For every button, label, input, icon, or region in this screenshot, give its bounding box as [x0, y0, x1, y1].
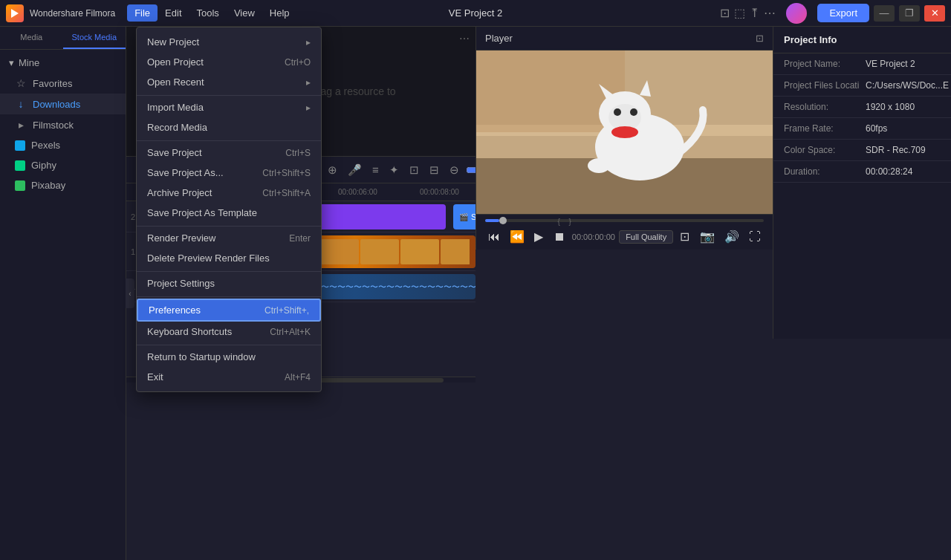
menu-render-preview[interactable]: Render Preview Enter — [137, 228, 321, 248]
sidebar-item-filmstock[interactable]: ▸ Filmstock — [0, 114, 126, 135]
menu-new-project[interactable]: New Project ▸ — [137, 32, 321, 52]
audio-button[interactable]: 🎤 — [344, 161, 366, 179]
exit-label: Exit — [147, 371, 163, 382]
menu-keyboard-shortcuts[interactable]: Keyboard Shortcuts Ctrl+Alt+K — [137, 322, 321, 342]
save-project-as-label: Save Project As... — [147, 167, 224, 178]
cat-video-svg — [476, 51, 773, 214]
maximize-button[interactable]: ❐ — [899, 5, 920, 22]
sidebar-item-pixabay[interactable]: Pixabay — [0, 175, 126, 195]
menu-edit[interactable]: Edit — [158, 4, 189, 22]
info-row-resolution: Resolution: 1920 x 1080 — [773, 97, 951, 118]
close-button[interactable]: ✕ — [924, 5, 945, 22]
new-project-label: New Project — [147, 36, 199, 48]
sidebar-collapse-button[interactable]: ‹ — [126, 279, 134, 308]
menu-save-project[interactable]: Save Project Ctrl+S — [137, 143, 321, 163]
toolbar-icon-3[interactable]: ⤒ — [750, 6, 759, 20]
project-settings-label: Project Settings — [147, 278, 215, 289]
toolbar-icon-1[interactable]: ⊡ — [720, 6, 730, 20]
prev-frame-button[interactable]: ⏮ — [485, 229, 503, 245]
stop-button[interactable]: ⏹ — [551, 229, 568, 245]
subtitle-button[interactable]: ≡ — [369, 161, 383, 178]
menu-return-startup[interactable]: Return to Startup window — [137, 347, 321, 367]
giphy-icon — [15, 160, 25, 171]
player-video — [476, 51, 773, 214]
info-row-location: Project Files Locati C:/Users/WS/Doc...E — [773, 75, 951, 97]
progress-bar[interactable]: { } — [485, 219, 764, 222]
menu-project-settings[interactable]: Project Settings — [137, 273, 321, 293]
record-media-label: Record Media — [147, 122, 207, 133]
info-row-framerate: Frame Rate: 60fps — [773, 118, 951, 140]
sidebar-content: ▾ Mine ☆ Favorites ↓ Downloads ▸ Filmsto… — [0, 50, 126, 560]
zoom-out-tl[interactable]: ⊖ — [446, 161, 463, 179]
tab-stock-media[interactable]: Stock Media — [63, 27, 126, 49]
player-panel: Player ⊡ — [476, 27, 773, 250]
user-avatar[interactable] — [786, 3, 807, 24]
pip-button[interactable]: ⊟ — [426, 161, 443, 179]
screen-record-button[interactable]: ⊡ — [406, 161, 423, 179]
info-value-resolution: 1920 x 1080 — [866, 102, 915, 112]
control-row: ⏮ ⏪ ▶ ⏹ 00:00:00:00 Full Quality ⊡ 📷 🔊 ⛶ — [485, 228, 764, 245]
menu-view[interactable]: View — [227, 4, 262, 22]
menubar: File Edit Tools View Help — [127, 4, 720, 22]
play-button[interactable]: ▶ — [531, 228, 546, 245]
ruler-mark-2: 00:00:08:00 — [420, 188, 459, 196]
rewind-button[interactable]: ⏪ — [507, 228, 528, 245]
menu-file[interactable]: File — [127, 4, 158, 22]
clip-superheroes[interactable]: 🎬 Superheroes Cinematic Pack Element 01 — [453, 204, 476, 229]
sidebar-item-giphy[interactable]: Giphy — [0, 155, 126, 175]
filmstock-label: Filmstock — [33, 120, 74, 131]
screenshot-button[interactable]: 📷 — [697, 228, 718, 245]
menu-group-4: Render Preview Enter Delete Preview Rend… — [137, 226, 321, 270]
sidebar-item-downloads[interactable]: ↓ Downloads — [0, 94, 126, 114]
menu-record-media[interactable]: Record Media — [137, 117, 321, 137]
info-value-duration: 00:00:28:24 — [866, 166, 912, 177]
menu-preferences[interactable]: Preferences Ctrl+Shift+, — [137, 299, 321, 322]
more-options-icon[interactable]: ⋯ — [459, 33, 470, 45]
ai-effects-button[interactable]: ⊕ — [324, 161, 341, 179]
menu-open-project[interactable]: Open Project Ctrl+O — [137, 52, 321, 72]
menu-group-1: New Project ▸ Open Project Ctrl+O Open R… — [137, 30, 321, 94]
menu-import-media[interactable]: Import Media ▸ — [137, 97, 321, 117]
info-label-duration: Duration: — [784, 166, 866, 177]
toolbar-icon-2[interactable]: ⬚ — [734, 6, 745, 20]
save-project-shortcut: Ctrl+S — [285, 148, 311, 158]
progress-handle[interactable] — [499, 217, 507, 224]
export-button[interactable]: Export — [817, 4, 869, 22]
toolbar-icon-4[interactable]: ⋯ — [764, 6, 776, 20]
app-name: Wondershare Filmora — [30, 8, 115, 19]
sidebar-item-favorites[interactable]: ☆ Favorites — [0, 73, 126, 94]
sidebar-mine-section[interactable]: ▾ Mine — [0, 53, 126, 73]
menu-tools[interactable]: Tools — [189, 4, 227, 22]
svg-marker-0 — [11, 9, 19, 18]
minimize-button[interactable]: — — [874, 5, 895, 22]
fx-button[interactable]: ✦ — [386, 161, 403, 179]
menu-open-recent[interactable]: Open Recent ▸ — [137, 72, 321, 92]
player-header: Player ⊡ — [476, 27, 773, 51]
info-value-colorspace: SDR - Rec.709 — [866, 145, 926, 155]
info-label-resolution: Resolution: — [784, 102, 866, 112]
player-expand-button[interactable]: ⊡ — [756, 33, 764, 44]
menu-exit[interactable]: Exit Alt+F4 — [137, 367, 321, 387]
info-label-colorspace: Color Space: — [784, 145, 866, 155]
crop-button[interactable]: ⊡ — [677, 228, 692, 245]
pixabay-icon — [15, 180, 25, 191]
return-startup-label: Return to Startup window — [147, 351, 256, 362]
media-tabs: Media Stock Media — [0, 27, 126, 50]
menu-archive-project[interactable]: Archive Project Ctrl+Shift+A — [137, 183, 321, 203]
zoom-controls: ☀ ⊕ 🎤 ≡ ✦ ⊡ ⊟ ⊖ ⊕ ⊞ ⊻ — [304, 161, 476, 179]
menu-help[interactable]: Help — [262, 4, 297, 22]
sidebar-item-pexels[interactable]: Pexels — [0, 135, 126, 155]
fullscreen-button[interactable]: ⛶ — [746, 229, 764, 245]
menu-save-as-template[interactable]: Save Project As Template — [137, 203, 321, 223]
menu-delete-preview[interactable]: Delete Preview Render Files — [137, 248, 321, 268]
zoom-slider[interactable] — [466, 164, 476, 176]
render-preview-shortcut: Enter — [289, 233, 311, 244]
favorites-label: Favorites — [33, 78, 72, 89]
tab-media[interactable]: Media — [0, 27, 63, 49]
info-value-framerate: 60fps — [866, 123, 887, 134]
quality-button[interactable]: Full Quality — [619, 230, 673, 244]
info-row-duration: Duration: 00:00:28:24 — [773, 161, 951, 183]
menu-save-project-as[interactable]: Save Project As... Ctrl+Shift+S — [137, 163, 321, 183]
info-value-name: VE Project 2 — [866, 59, 915, 69]
volume-button[interactable]: 🔊 — [721, 228, 742, 245]
